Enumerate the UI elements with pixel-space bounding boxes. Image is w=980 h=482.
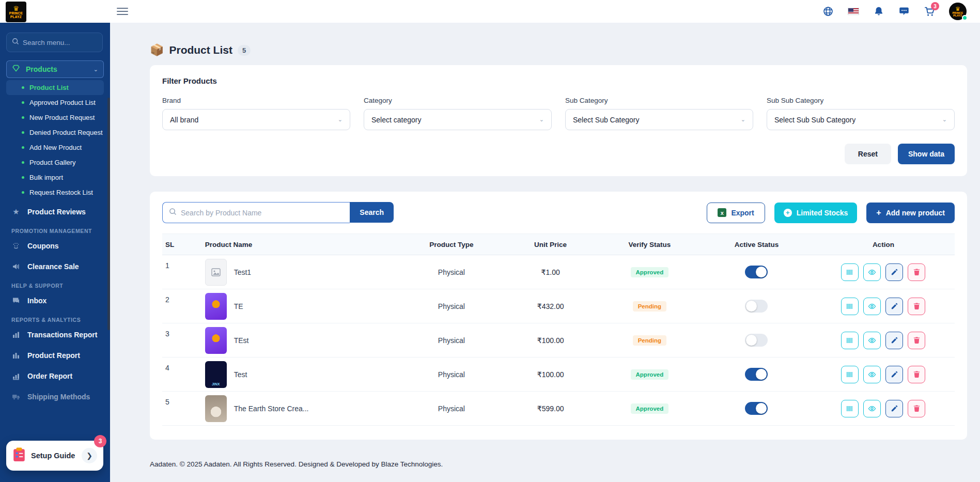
footer-copyright: Aadaten. © 2025 Aadaten. All Rights Rese… bbox=[150, 460, 967, 468]
setup-guide-badge: 3 bbox=[94, 435, 106, 447]
sidebar-item-product-gallery[interactable]: Product Gallery bbox=[6, 155, 104, 170]
sidebar-search-box[interactable] bbox=[6, 33, 103, 52]
chevron-right-icon[interactable]: ❯ bbox=[82, 448, 97, 463]
product-name: Test bbox=[234, 370, 247, 379]
cart-count-badge: 3 bbox=[931, 2, 939, 10]
add-new-product-button[interactable]: + Add new product bbox=[866, 203, 955, 223]
delete-button[interactable] bbox=[908, 298, 925, 315]
sidebar-scrollbar[interactable] bbox=[107, 98, 110, 330]
sidebar-item-clearance-sale[interactable]: Clearance Sale bbox=[6, 258, 104, 275]
sidebar-search-input[interactable] bbox=[23, 39, 95, 46]
barcode-button[interactable] bbox=[841, 263, 859, 281]
crown-icon: ♛ bbox=[955, 6, 960, 12]
active-status-toggle[interactable] bbox=[745, 368, 768, 381]
product-search-input[interactable] bbox=[181, 209, 344, 217]
barcode-button[interactable] bbox=[841, 400, 859, 417]
bar-chart-icon bbox=[11, 331, 21, 339]
sidebar-item-request-restock-list[interactable]: Request Restock List bbox=[6, 185, 104, 200]
circle-plus-icon: + bbox=[784, 209, 792, 217]
sidebar-item-order-report[interactable]: Order Report bbox=[6, 367, 104, 385]
messages-icon[interactable] bbox=[898, 6, 910, 17]
section-promotion-management: PROMOTION MANAGEMENT bbox=[11, 228, 104, 234]
delete-button[interactable] bbox=[908, 366, 925, 383]
category-select[interactable]: Select category ⌄ bbox=[364, 109, 552, 130]
limited-stocks-button[interactable]: + Limited Stocks bbox=[774, 203, 858, 223]
sidebar-item-product-list[interactable]: Product List bbox=[6, 80, 104, 95]
edit-button[interactable] bbox=[885, 263, 903, 281]
product-thumbnail: JINX bbox=[205, 361, 227, 388]
sidebar-item-bulk-import[interactable]: Bulk import bbox=[6, 170, 104, 185]
chevron-down-icon: ⌄ bbox=[942, 116, 947, 123]
table-row: 2 TE Physical ₹432.00 Pending bbox=[162, 289, 955, 323]
sub-category-select[interactable]: Select Sub Category ⌄ bbox=[565, 109, 753, 130]
filter-title: Filter Products bbox=[162, 76, 955, 85]
product-name: The Earth Store Crea... bbox=[234, 405, 309, 413]
hamburger-menu-icon[interactable] bbox=[117, 6, 128, 17]
export-button[interactable]: x Export bbox=[707, 203, 765, 223]
delete-button[interactable] bbox=[908, 400, 925, 417]
sidebar-item-product-report[interactable]: Product Report bbox=[6, 347, 104, 364]
active-status-toggle[interactable] bbox=[745, 402, 768, 415]
brand-select[interactable]: All brand ⌄ bbox=[162, 109, 350, 130]
chevron-down-icon: ⌄ bbox=[741, 116, 745, 123]
table-toolbar: Search x Export + Limited Stocks + Add n… bbox=[162, 202, 955, 223]
view-button[interactable] bbox=[863, 366, 881, 383]
product-thumbnail bbox=[205, 327, 227, 354]
product-table-card: Search x Export + Limited Stocks + Add n… bbox=[150, 192, 967, 440]
view-button[interactable] bbox=[863, 263, 881, 281]
sidebar-item-add-new-product[interactable]: Add New Product bbox=[6, 140, 104, 155]
product-search-box: Search bbox=[162, 202, 394, 223]
sidebar-item-denied-product-request[interactable]: Denied Product Request bbox=[6, 125, 104, 140]
bar-chart-icon bbox=[11, 351, 21, 360]
sidebar-item-new-product-request[interactable]: New Product Request bbox=[6, 110, 104, 125]
active-status-toggle[interactable] bbox=[745, 334, 768, 347]
sidebar-item-approved-product-list[interactable]: Approved Product List bbox=[6, 95, 104, 110]
notifications-bell-icon[interactable] bbox=[873, 6, 884, 17]
brand-name-line2: PLAYZ bbox=[10, 15, 22, 19]
sidebar-item-shipping-methods[interactable]: Shipping Methods bbox=[6, 388, 104, 406]
chevron-down-icon: ⌄ bbox=[338, 116, 343, 123]
filter-fields: Brand All brand ⌄ Category Select catego… bbox=[162, 97, 955, 130]
delete-button[interactable] bbox=[908, 263, 925, 281]
user-avatar[interactable]: ♛ PRINCE PLAYZ bbox=[949, 3, 967, 20]
page-header: 📦 Product List 5 bbox=[150, 43, 967, 57]
sidebar-item-product-reviews[interactable]: ★ Product Reviews bbox=[6, 203, 104, 221]
show-data-button[interactable]: Show data bbox=[898, 144, 955, 164]
sub-sub-category-select[interactable]: Select Sub Sub Category ⌄ bbox=[767, 109, 955, 130]
chat-icon bbox=[11, 297, 21, 305]
setup-guide-card[interactable]: Setup Guide ❯ 3 bbox=[6, 441, 103, 471]
sidebar-nav: Products ⌄ Product List Approved Product… bbox=[0, 60, 110, 406]
edit-button[interactable] bbox=[885, 366, 903, 383]
product-count-badge: 5 bbox=[238, 45, 251, 56]
active-status-toggle[interactable] bbox=[745, 266, 768, 278]
edit-button[interactable] bbox=[885, 400, 903, 417]
barcode-button[interactable] bbox=[841, 298, 859, 315]
brand-logo[interactable]: ♛ PRINCE PLAYZ bbox=[6, 2, 26, 22]
edit-button[interactable] bbox=[885, 298, 903, 315]
sidebar-item-inbox[interactable]: Inbox bbox=[6, 292, 104, 309]
active-status-toggle[interactable] bbox=[745, 300, 768, 313]
sidebar-item-transactions-report[interactable]: Transactions Report bbox=[6, 326, 104, 344]
barcode-button[interactable] bbox=[841, 366, 859, 383]
view-button[interactable] bbox=[863, 400, 881, 417]
barcode-button[interactable] bbox=[841, 332, 859, 349]
view-button[interactable] bbox=[863, 298, 881, 315]
reset-button[interactable]: Reset bbox=[845, 144, 891, 164]
delete-button[interactable] bbox=[908, 332, 925, 349]
globe-icon[interactable] bbox=[822, 6, 834, 17]
sidebar-item-products[interactable]: Products ⌄ bbox=[6, 60, 104, 78]
view-button[interactable] bbox=[863, 332, 881, 349]
product-name: TEst bbox=[234, 336, 249, 345]
verify-status-badge: Approved bbox=[631, 369, 669, 380]
search-button[interactable]: Search bbox=[350, 202, 394, 223]
cart-icon[interactable]: 3 bbox=[924, 6, 935, 17]
products-submenu: Product List Approved Product List New P… bbox=[6, 80, 104, 200]
language-flag-icon[interactable] bbox=[848, 6, 859, 17]
product-thumbnail bbox=[205, 259, 227, 286]
online-status-dot bbox=[962, 15, 968, 21]
header-icon-group: 3 ♛ PRINCE PLAYZ bbox=[822, 3, 980, 20]
edit-button[interactable] bbox=[885, 332, 903, 349]
verify-status-badge: Approved bbox=[631, 267, 669, 277]
verify-status-badge: Approved bbox=[631, 403, 669, 414]
sidebar-item-coupons[interactable]: Coupons bbox=[6, 237, 104, 255]
